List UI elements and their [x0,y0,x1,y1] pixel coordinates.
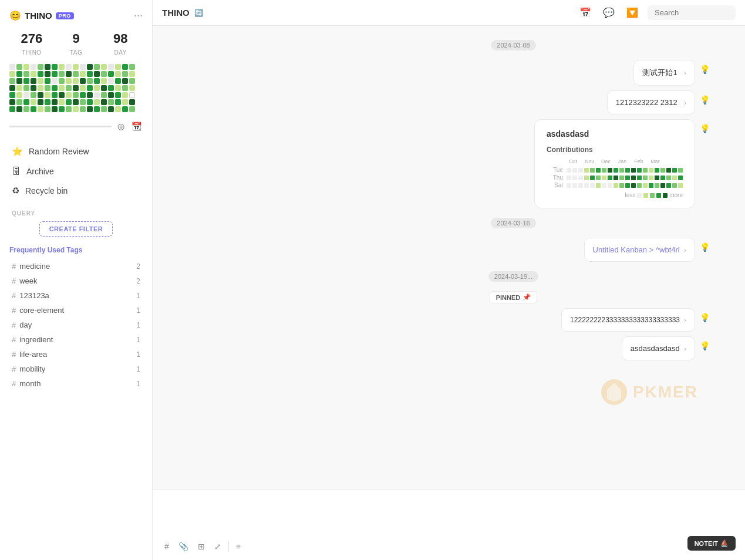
query-section-label: QUERY [12,210,143,217]
tag-row-medicine[interactable]: # medicine 2 [9,259,143,274]
month-jan: Jan [615,158,630,164]
bulb-icon-3[interactable]: 💡 [700,124,710,133]
main-area: THINO 🔄 📅 💬 🔽 2024-03-08 测试开始1 › 💡 12123… [153,0,745,560]
thino-emoji: 😊 [9,10,21,21]
month-mar: Mar [648,158,663,164]
topbar: THINO 🔄 📅 💬 🔽 [153,0,745,26]
noteit-button[interactable]: NOTEIT ⛵ [687,536,736,551]
note-card-2[interactable]: 1212323222 2312 › [607,90,695,114]
tag-row-ingredient[interactable]: # ingredient 1 [9,332,143,347]
grid-toolbar-button[interactable]: ⊞ [195,540,207,553]
topbar-title-text: THINO [162,8,190,18]
bulb-icon-4[interactable]: 💡 [700,242,710,252]
thino-count: 276 [9,31,54,46]
date-separator-1: 2024-03-08 [491,40,535,50]
toolbar-divider [228,541,229,552]
tag-toolbar-button[interactable]: # [162,540,171,553]
circle-grid-button[interactable]: ◎ [116,120,126,132]
note-chevron-kanban: › [684,247,686,254]
note-card-kanban[interactable]: Untitled Kanban > ^wbt4rl › [584,238,695,262]
tag-count-123123a: 1 [136,292,140,300]
sidebar-contrib-grid [9,64,143,113]
filter-button[interactable]: 🔽 [624,5,641,21]
stat-thino: 276 THINO [9,31,54,57]
month-labels: Oct Nov Dec Jan Feb Mar [547,158,683,164]
note-card-long[interactable]: 1222222223333333333333333333 › [561,308,695,332]
tag-count-core-element: 1 [136,306,140,315]
mini-row-tue: Tue [547,167,683,173]
row-label-sat: Sat [547,182,563,188]
topbar-actions: 📅 💬 🔽 [577,5,736,21]
feed: 2024-03-08 测试开始1 › 💡 1212323222 2312 › 💡… [153,26,745,490]
legend-more: more [669,192,683,198]
tag-name-ingredient: ingredient [19,335,133,344]
tag-name-life-area: life-area [19,350,133,359]
tag-count-medicine: 2 [136,262,140,271]
legend-cell-0 [637,193,642,198]
more-button[interactable]: ··· [134,9,143,22]
search-input[interactable] [648,5,736,20]
note-chevron-1: › [684,69,686,76]
date-separator-3: 2024-03-19... [488,271,538,282]
note-card-asdasd[interactable]: asdasdasdasd › [622,336,695,360]
bulb-icon-5[interactable]: 💡 [700,313,710,322]
note-chevron-2: › [684,99,686,106]
grid-slider[interactable] [9,126,112,127]
bulb-icon-6[interactable]: 💡 [700,341,710,350]
random-review-label: Random Review [29,147,89,156]
note-chevron-asdasd: › [684,345,686,352]
legend-cell-1 [643,193,648,198]
freq-tags-label: Frequently Used Tags [9,246,143,254]
bulb-icon-2[interactable]: 💡 [700,95,710,104]
sidebar-item-archive[interactable]: 🗄 Archive [9,161,143,181]
tag-row-life-area[interactable]: # life-area 1 [9,347,143,362]
stat-tag: 9 TAG [54,31,99,57]
sidebar-title: THINO [25,11,52,21]
kanban-text: Untitled Kanban > ^wbt4rl [593,245,680,254]
note-text-1: 测试开始1 [642,68,677,77]
expand-toolbar-button[interactable]: ⤢ [212,540,224,553]
thino-label: THINO [22,49,42,56]
date-separator-2: 2024-03-16 [491,218,535,228]
tag-row-week[interactable]: # week 2 [9,274,143,288]
contrib-card[interactable]: asdasdasd Contributions Oct Nov Dec Jan … [534,119,695,208]
archive-label: Archive [26,167,54,176]
stats-row: 276 THINO 9 TAG 98 DAY [9,31,143,57]
create-filter-button[interactable]: CREATE FILTER [39,221,113,237]
hash-icon: # [12,306,16,315]
editor-toolbar: # 📎 ⊞ ⤢ ≡ [162,540,736,553]
tag-count-week: 2 [136,277,140,285]
tag-row-day[interactable]: # day 1 [9,318,143,332]
sidebar-item-recycle-bin[interactable]: ♻ Recycle bin [9,181,143,201]
calendar-button[interactable]: 📅 [577,5,594,21]
tag-row-month[interactable]: # month 1 [9,376,143,391]
tag-row-123123a[interactable]: # 123123a 1 [9,288,143,303]
tag-count-ingredient: 1 [136,336,140,344]
attach-toolbar-button[interactable]: 📎 [176,540,191,553]
note-row-asdasd: asdasdasdasd › 💡 [317,336,710,360]
pinned-badge: PINNED 📌 [490,291,538,303]
month-nov: Nov [582,158,597,164]
tag-count-life-area: 1 [136,350,140,359]
editor-content[interactable] [162,497,736,535]
bulb-icon-1[interactable]: 💡 [700,65,710,74]
chat-button[interactable]: 💬 [601,5,617,21]
sidebar-item-random-review[interactable]: ⭐ Random Review [9,141,143,161]
list-toolbar-button[interactable]: ≡ [234,540,243,553]
sidebar-title-row: 😊 THINO PRO [9,10,74,21]
tag-row-mobility[interactable]: # mobility 1 [9,362,143,376]
note-chevron-long: › [684,316,686,323]
row-label-tue: Tue [547,167,563,173]
noteit-emoji: ⛵ [720,539,729,547]
tag-name-123123a: 123123a [19,291,133,300]
refresh-icon[interactable]: 🔄 [194,9,203,17]
calendar-grid-button[interactable]: 📆 [130,120,143,132]
pkmer-logo-icon [600,378,628,406]
tag-name-day: day [19,321,133,329]
note-card-1[interactable]: 测试开始1 › [633,60,695,86]
pin-icon: 📌 [522,294,531,301]
tag-name-mobility: mobility [19,365,133,373]
pinned-label: PINNED [496,294,521,301]
legend-cell-2 [650,193,655,198]
tag-row-core-element[interactable]: # core-element 1 [9,303,143,318]
